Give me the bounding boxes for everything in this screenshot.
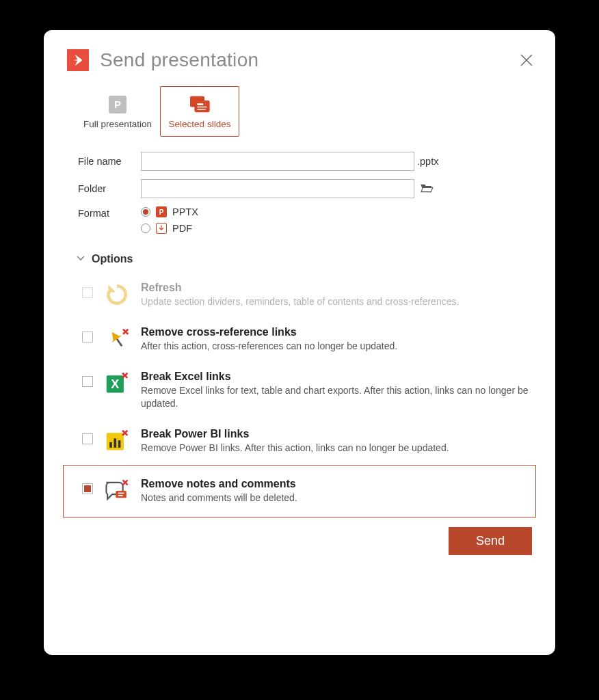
radio-pptx[interactable] [141,207,150,217]
format-pdf-label: PDF [172,223,192,234]
option-break-excel[interactable]: X Break Excel links Remove Excel links f… [63,364,536,417]
format-pptx-option[interactable]: P PPTX [141,206,198,217]
notes-remove-icon [104,478,130,504]
svg-rect-13 [116,491,127,498]
svg-rect-12 [118,440,121,448]
tab-label: Selected slides [169,119,231,129]
radio-pdf[interactable] [141,224,150,233]
svg-text:X: X [111,377,119,391]
filename-label: File name [78,156,141,167]
form-section: File name .pptx Folder Format P PPTX [78,152,536,234]
svg-rect-3 [198,103,204,105]
format-pptx-label: PPTX [172,206,198,217]
excel-break-icon: X [104,371,130,396]
dialog-title: Send presentation [100,49,517,71]
dialog-footer: Send [63,527,532,555]
svg-rect-4 [198,106,207,107]
scope-tabs: P Full presentation Selected slides [78,86,536,137]
tab-selected-slides[interactable]: Selected slides [160,86,239,137]
checkbox-notes[interactable] [82,483,93,494]
full-presentation-icon: P [105,94,130,115]
format-label: Format [78,206,141,219]
svg-rect-10 [109,442,112,447]
tab-label: Full presentation [83,119,152,129]
option-refresh: Refresh Update section dividers, reminde… [63,275,536,315]
option-desc: After this action, cross-references can … [141,340,531,353]
folder-input[interactable] [141,179,414,198]
options-title: Options [92,253,133,265]
format-pdf-option[interactable]: PDF [141,223,198,234]
chevron-down-icon [77,254,85,264]
svg-line-6 [117,339,122,346]
dialog-header: Send presentation [63,49,536,71]
browse-folder-button[interactable] [420,183,434,196]
close-button[interactable] [517,51,536,70]
option-title: Refresh [141,282,531,294]
svg-rect-11 [114,438,117,448]
pptx-icon: P [156,206,167,217]
option-desc: Notes and comments will be deleted. [141,492,530,504]
selected-slides-icon [187,94,212,115]
option-title: Break Excel links [141,371,531,383]
option-remove-notes[interactable]: Remove notes and comments Notes and comm… [63,465,536,517]
folder-open-icon [420,183,434,193]
option-desc: Update section dividers, reminders, tabl… [141,295,531,308]
checkbox-excel[interactable] [82,376,93,387]
close-icon [518,52,535,68]
send-button[interactable]: Send [449,527,532,555]
folder-label: Folder [78,183,141,194]
option-break-powerbi[interactable]: Break Power BI links Remove Power BI lin… [63,421,536,461]
refresh-icon [104,282,130,308]
pin-remove-icon [104,326,130,352]
option-desc: Remove Power BI links. After this action… [141,442,531,455]
pdf-icon [156,223,167,234]
app-icon [67,49,89,71]
option-title: Remove cross-reference links [141,326,531,338]
tab-full-presentation[interactable]: P Full presentation [78,86,157,137]
options-list: Refresh Update section dividers, reminde… [63,275,536,517]
options-toggle[interactable]: Options [77,253,536,265]
svg-rect-5 [198,109,206,110]
filename-extension: .pptx [417,156,438,167]
powerbi-break-icon [104,428,130,454]
option-title: Break Power BI links [141,428,531,440]
send-presentation-dialog: Send presentation P Full presentation [44,30,555,655]
checkbox-refresh [82,287,93,298]
checkbox-crossref[interactable] [82,332,93,342]
filename-input[interactable] [141,152,414,171]
option-remove-crossref[interactable]: Remove cross-reference links After this … [63,319,536,360]
checkbox-powerbi[interactable] [82,433,93,444]
option-desc: Remove Excel links for text, table and c… [141,384,531,410]
option-title: Remove notes and comments [141,478,530,490]
